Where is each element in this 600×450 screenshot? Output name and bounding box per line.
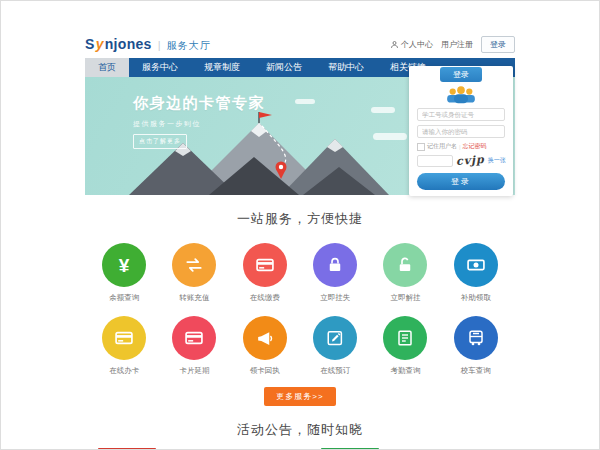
remember-row: 记住用户名 | 忘记密码 [417, 142, 505, 151]
user-icon [390, 40, 399, 49]
forgot-password-link[interactable]: 忘记密码 [463, 142, 487, 151]
announcements-title: 活动公告，随时知晓 [85, 421, 515, 439]
login-submit-button[interactable]: 登录 [417, 173, 505, 190]
edit-icon[interactable] [313, 316, 357, 360]
register-label: 用户注册 [441, 39, 473, 50]
service-item-booking[interactable]: 在线预订 [300, 316, 370, 376]
banner-more-button[interactable]: 点击了解更多 [133, 134, 187, 149]
banknote-icon[interactable] [454, 243, 498, 287]
service-item-unfreeze[interactable]: 立即解挂 [370, 243, 440, 303]
logo-text-rest: njones [105, 36, 152, 52]
yen-icon[interactable]: ¥ [102, 243, 146, 287]
service-item-attendance[interactable]: 考勤查询 [370, 316, 440, 376]
services-title: 一站服务，方便快捷 [85, 210, 515, 228]
logo-divider: | [158, 39, 161, 51]
banner-title: 你身边的卡管专家 [133, 94, 265, 113]
page: Synjones | 服务大厅 个人中心 用户注册 登录 首页 服务中心 规章制… [85, 30, 515, 450]
captcha-image[interactable]: cvjp [456, 153, 486, 168]
more-services-button[interactable]: 更多服务>> [264, 387, 335, 406]
separator: | [459, 144, 461, 150]
nav-item-home[interactable]: 首页 [85, 58, 129, 77]
unlock-icon[interactable] [383, 243, 427, 287]
personal-center-link[interactable]: 个人中心 [390, 39, 433, 50]
login-panel: 登录 记住用户名 | 忘记密码 cvjp 换一张 登录 [409, 66, 513, 196]
bus-icon[interactable] [454, 316, 498, 360]
captcha-row: cvjp 换一张 [417, 154, 505, 167]
personal-center-label: 个人中心 [401, 39, 433, 50]
header-login-button[interactable]: 登录 [481, 36, 515, 53]
logo-accent-letter: y [96, 36, 104, 52]
bank-card-icon[interactable] [243, 243, 287, 287]
service-item-apply-card[interactable]: 在线办卡 [89, 316, 159, 376]
change-captcha-link[interactable]: 换一张 [488, 156, 506, 165]
banner-subtitle: 提供服务一步到位 [133, 119, 265, 129]
service-item-transfer[interactable]: 转账充值 [159, 243, 229, 303]
banner-text-block: 你身边的卡管专家 提供服务一步到位 点击了解更多 [133, 94, 265, 149]
transfer-arrows-icon[interactable] [172, 243, 216, 287]
nav-item-news[interactable]: 新闻公告 [253, 58, 315, 77]
remember-label: 记住用户名 [427, 142, 457, 151]
password-input[interactable] [417, 125, 505, 138]
username-input[interactable] [417, 108, 505, 121]
nav-item-rules[interactable]: 规章制度 [191, 58, 253, 77]
service-item-pay[interactable]: 在线缴费 [230, 243, 300, 303]
service-item-card-extend[interactable]: 卡片延期 [159, 316, 229, 376]
attendance-list-icon[interactable] [383, 316, 427, 360]
service-item-subsidy[interactable]: 补助领取 [441, 243, 511, 303]
megaphone-icon[interactable] [243, 316, 287, 360]
site-name: 服务大厅 [167, 39, 211, 53]
services-grid: ¥ 余额查询 转账充值 在线缴费 立即挂失 [85, 243, 515, 376]
service-item-schoolbus[interactable]: 校车查询 [441, 316, 511, 376]
service-item-report-loss[interactable]: 立即挂失 [300, 243, 370, 303]
remember-checkbox[interactable] [417, 143, 425, 151]
nav-item-service-center[interactable]: 服务中心 [129, 58, 191, 77]
register-link[interactable]: 用户注册 [441, 39, 473, 50]
users-icon [444, 86, 478, 104]
header-links: 个人中心 用户注册 登录 [390, 36, 515, 53]
services-section: 一站服务，方便快捷 ¥ 余额查询 转账充值 在线缴费 [85, 195, 515, 406]
cloud-shape [295, 99, 315, 104]
bank-card-icon[interactable] [172, 316, 216, 360]
announcements-section: 活动公告，随时知晓 使用动态 最新公告 更多>> 使用指南 更多>> [85, 421, 515, 450]
bank-card-icon[interactable] [102, 316, 146, 360]
lock-icon[interactable] [313, 243, 357, 287]
nav-item-help[interactable]: 帮助中心 [315, 58, 377, 77]
service-item-card-receipt[interactable]: 领卡回执 [230, 316, 300, 376]
login-tab[interactable]: 登录 [440, 67, 482, 82]
logo-text: S [85, 36, 95, 52]
captcha-input[interactable] [417, 155, 453, 167]
brand-logo[interactable]: Synjones | 服务大厅 [85, 36, 211, 53]
header: Synjones | 服务大厅 个人中心 用户注册 登录 [85, 30, 515, 58]
service-item-balance[interactable]: ¥ 余额查询 [89, 243, 159, 303]
